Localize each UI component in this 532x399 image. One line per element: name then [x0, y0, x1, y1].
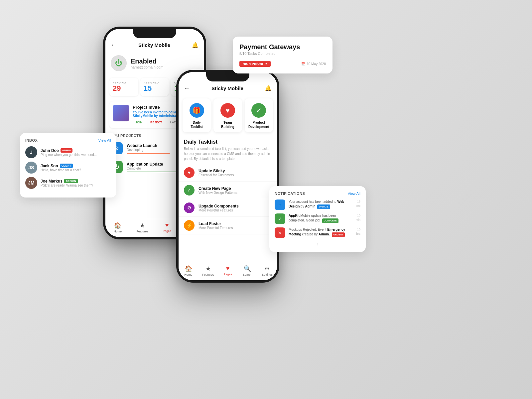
task-sub-create: With New Design Patterns [199, 191, 272, 195]
category-team-building[interactable]: ♥ TeamBuilding [213, 98, 242, 132]
inbox-msg-jack: Hello, have time for a chat? [41, 168, 111, 172]
inbox-name-jack: Jack Son CLIENT [41, 164, 111, 168]
front-phone-title: Sticky Mobile [211, 85, 243, 91]
star-icon-front: ★ [205, 265, 211, 272]
notif-item-3: ✕ Mockups Rejected. Event Emergency Meet… [275, 227, 360, 238]
project-bar-website [127, 153, 170, 154]
heart-icon-front: ♥ [226, 265, 230, 272]
high-priority-badge: HIGH PRIORITY [239, 61, 271, 67]
inbox-info-jack: Jack Son CLIENT Hello, have time for a c… [41, 164, 111, 172]
notif-icon-x: ✕ [275, 227, 285, 238]
task-sub-load: More Poweful Features [199, 226, 272, 230]
notif-badge-urgent: URGENT [332, 232, 345, 237]
category-daily-tasklist[interactable]: 🎁 DailyTasklist [183, 98, 211, 132]
back-arrow-icon[interactable]: ← [111, 42, 117, 49]
role-badge-client: CLIENT [60, 164, 73, 168]
nav-pages[interactable]: ♥ Pages [155, 222, 179, 233]
search-icon-front: 🔍 [244, 265, 251, 272]
nav-features-label: Features [136, 230, 148, 233]
category-icon-daily: 🎁 [190, 103, 204, 118]
nav-home[interactable]: 🏠 Home [105, 222, 130, 233]
inbox-item-jack: JS Jack Son CLIENT Hello, have time for … [25, 162, 111, 174]
notifications-card: NOTIFICATIONS View All + Your account ha… [269, 186, 366, 252]
notif-more[interactable]: › [275, 241, 360, 247]
nav-pages-front[interactable]: ♥ Pages [218, 265, 237, 276]
task-create-page: ✓ Create New Page With New Design Patter… [179, 182, 277, 199]
stat-assigned-label: ASSIGNED [144, 81, 166, 84]
notif-text-2: AppKit Mobile update has been completed.… [289, 213, 352, 223]
task-icon-load: ⚡ [184, 220, 195, 231]
category-icon-team: ♥ [220, 103, 235, 118]
nav-home-front[interactable]: 🏠 Home [179, 265, 198, 276]
inbox-info-joe: Joe Markus DESIGN PSD's are ready. Wanna… [41, 179, 111, 187]
notif-time-3: 10hrs [356, 227, 360, 236]
notif-view-all[interactable]: View All [348, 192, 360, 196]
task-icon-upgrade: ⚙ [184, 202, 195, 213]
notif-item-2: ✓ AppKit Mobile update has been complete… [275, 213, 360, 224]
project-invite-image [113, 105, 129, 121]
star-icon: ★ [140, 222, 145, 229]
inbox-name-joe: Joe Markus DESIGN [41, 179, 111, 184]
nav-settings-label-front: Settings [262, 273, 273, 276]
task-info-load: Load Faster More Poweful Features [199, 221, 272, 230]
notif-icon-plus: + [275, 200, 285, 210]
role-badge-design: DESIGN [64, 179, 78, 183]
inbox-msg-joe: PSD's are ready. Wanna see them? [41, 184, 111, 187]
stat-pending-label: PENDING [113, 81, 135, 84]
inbox-info-john: John Doe ADMIN Ping me when you get this… [41, 148, 111, 157]
profile-name: Enabled [131, 58, 164, 65]
notif-time-1: 15sec [356, 200, 360, 208]
tasklist-title: Daily Tasklist [184, 139, 272, 145]
task-icon-create: ✓ [184, 185, 195, 196]
front-phone: ← Sticky Mobile 🔔 🎁 DailyTasklist ♥ Team… [176, 70, 279, 283]
nav-home-label-front: Home [185, 273, 193, 276]
front-back-arrow[interactable]: ← [184, 85, 190, 92]
inbox-view-all[interactable]: View All [98, 138, 111, 142]
notif-icon-check: ✓ [275, 213, 285, 224]
task-update-sticky: ♥ Update Sticky Essential for Customers [179, 164, 277, 182]
front-phone-bottom-nav[interactable]: 🏠 Home ★ Features ♥ Pages 🔍 Search ⚙ [179, 262, 277, 280]
tasklist-desc: Below is a simulated task list, you can … [184, 146, 272, 161]
notif-header: NOTIFICATIONS View All [275, 192, 360, 196]
front-phone-notch [206, 72, 249, 81]
profile-avatar: ⏻ [111, 55, 127, 71]
avatar-joe: JM [25, 177, 37, 189]
inbox-name-john: John Doe ADMIN [41, 148, 111, 153]
nav-search-front[interactable]: 🔍 Search [238, 265, 257, 276]
project-app-name: StickyMobile [133, 114, 153, 118]
heart-icon: ♥ [165, 222, 169, 229]
reject-button[interactable]: REJECT [148, 120, 165, 125]
payment-footer: HIGH PRIORITY 📅 10 May 2020 [239, 61, 326, 67]
task-icon-update: ♥ [184, 167, 195, 178]
notif-badge-update: UPDATE [317, 204, 330, 209]
category-label-team: TeamBuilding [221, 120, 234, 129]
category-label-product: ProductDevelopment [248, 120, 269, 129]
task-name-load: Load Faster [199, 221, 272, 226]
inbox-title: INBOX [25, 138, 38, 142]
avatar-john: J [25, 146, 37, 158]
power-icon: ⏻ [115, 59, 122, 67]
join-button[interactable]: JOIN [133, 120, 145, 125]
notif-text-3: Mockups Rejected. Event Emergency Meetin… [289, 227, 353, 237]
task-upgrade-components: ⚙ Upgade Components More Poweful Feature… [179, 199, 277, 217]
notif-item-1: + Your account has been added to Web Des… [275, 200, 360, 210]
role-badge-admin: ADMIN [61, 148, 72, 153]
front-bell-icon[interactable]: 🔔 [265, 85, 272, 91]
avatar-jack: JS [25, 162, 37, 174]
bell-icon[interactable]: 🔔 [192, 42, 199, 48]
back-phone-topbar: ← Sticky Mobile 🔔 [105, 39, 204, 51]
nav-features[interactable]: ★ Features [130, 222, 155, 233]
nav-features-label-front: Features [202, 273, 214, 276]
category-product-dev[interactable]: ✓ ProductDevelopment [245, 98, 273, 132]
nav-settings-front[interactable]: ⚙ Settings [257, 265, 277, 276]
nav-pages-label-front: Pages [223, 273, 232, 276]
inbox-item-john: J John Doe ADMIN Ping me when you get th… [25, 146, 111, 158]
category-icon-product: ✓ [251, 103, 266, 118]
nav-features-front[interactable]: ★ Features [198, 265, 218, 276]
stat-assigned-value: 15 [144, 84, 166, 93]
inbox-item-joe: JM Joe Markus DESIGN PSD's are ready. Wa… [25, 177, 111, 189]
payment-title: Payment Gateways [239, 43, 326, 51]
task-info-upgrade: Upgade Components More Poweful Features [199, 204, 272, 212]
notif-badge-complete: COMPLETE [322, 218, 338, 223]
payment-subtitle: 5/10 Tasks Completed [239, 52, 326, 56]
